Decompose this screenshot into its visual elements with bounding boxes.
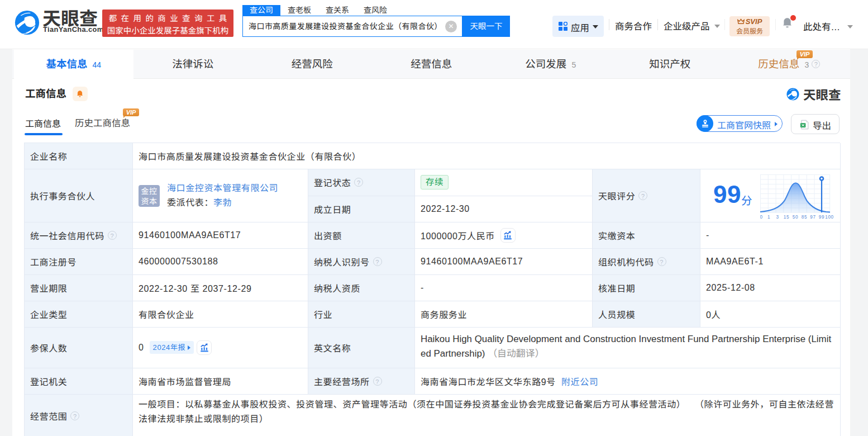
svg-text:100: 100 bbox=[825, 215, 833, 219]
svg-text:15: 15 bbox=[784, 215, 789, 219]
svg-text:99: 99 bbox=[819, 215, 824, 219]
svg-text:3: 3 bbox=[776, 215, 779, 219]
svg-text:97: 97 bbox=[810, 215, 815, 219]
svg-text:1: 1 bbox=[767, 215, 770, 219]
svg-text:85: 85 bbox=[802, 215, 807, 219]
svg-text:0: 0 bbox=[760, 215, 763, 219]
svg-text:50: 50 bbox=[793, 215, 798, 219]
